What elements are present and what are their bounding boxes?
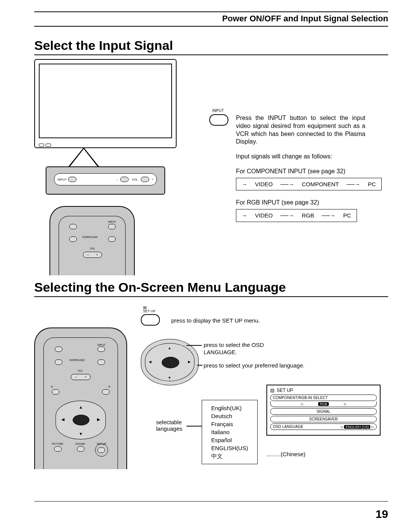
arrow-icon: ──→ [280,212,294,219]
remote-sound-label: SOUND [75,443,85,445]
remote-n-label: N [51,385,53,388]
step2a-text: press to select the OSD [204,341,264,349]
panel-input-label: INPUT [57,178,67,181]
remote-vol-plus: + [81,375,91,379]
remote-sound-button[interactable] [77,446,84,452]
remote-r-button[interactable] [102,389,110,395]
remote-power-button[interactable] [69,224,77,229]
section2-title: Selecting the On-Screen Menu Language [34,280,388,297]
menu-row1-label: COMPONENT/RGB-IN SELECT [273,396,328,400]
remote-n-button[interactable] [52,389,59,395]
remote-power-button[interactable] [55,347,62,352]
remote-control-top: INPUT SURROUND VOL – + [49,206,135,275]
display-control-panel: INPUT – VOL + [46,166,165,195]
remote-mute-button[interactable] [108,236,116,242]
remote-input-button[interactable] [108,224,116,229]
step2b-text: LANGUAGE. [204,348,237,356]
menu-row1-value: RGB [318,402,329,406]
panel-vol-plus: + [151,178,153,181]
lang-chinese: 中文 [211,452,248,460]
remote-mute-button[interactable] [97,359,105,365]
remote-input-label: INPUT [108,220,116,223]
remote-r-label: R [108,385,110,388]
section1-title: Select the Input Signal [34,38,388,55]
step1-text: press to display the SET UP menu. [171,317,260,324]
plasma-display-illustration [34,59,177,148]
right-arrow-icon: ▶ [188,360,191,364]
remote-dpad[interactable]: ▲ ▼ ◀ ▶ [56,401,106,439]
languages-word: languages [156,425,182,432]
menu-row-screensaver[interactable]: SCREENSAVER [270,416,377,422]
menu-title: SET UP [277,388,293,393]
menu-row4-value: ENGLISH (US) [344,425,370,429]
page-number: 19 [376,508,388,521]
arrow-icon: ──→ [280,181,294,188]
remote-aspect-button[interactable] [69,236,77,242]
lang-italiano: Italiano [211,428,248,436]
menu-row-osd-language[interactable]: OSD LANGUAGE ◁ ENGLISH (US) ▷ [270,423,377,430]
component-flow-box: → VIDEO ──→ COMPONENT ──→ PC [236,178,382,191]
setup-button-label: SET UP [143,309,155,313]
menu-row-component-rgb-value[interactable]: ◁ RGB ▷ [270,401,377,407]
remote-dpad-center[interactable] [73,415,89,425]
menu-list-icon: ▤ [270,388,274,393]
remote-picture-label: PICTURE [52,443,64,445]
arrow-icon: ──→ [346,181,360,188]
footer-rule [34,501,388,502]
remote-input-label: INPUT [97,343,105,346]
chevron-left-icon: ◁ [340,425,343,429]
arrow-icon: → [242,212,247,219]
remote-vol-rocker[interactable]: – + [71,374,91,380]
flow1-a: VIDEO [255,181,273,188]
remote-control-full: INPUT SURROUND VOL – + N R ▲ ▼ ◀ ▶ PICTU… [34,328,127,469]
navigation-pad-graphic[interactable]: ▲ ▼ ◀ ▶ [141,339,199,385]
panel-input-button[interactable] [68,177,76,182]
menu-row4-label: OSD LANGUAGE [273,425,303,429]
lang-english-uk: English(UK) [211,404,248,412]
nav-pad-center-button[interactable] [162,357,179,368]
lang-english-us: ENGLISH(US) [211,444,248,452]
flow2-b: RGB [302,212,314,219]
header-title: Power ON/OFF and Input Signal Selection [222,14,388,23]
signals-change-text: Input signals will change as follows: [236,153,365,161]
remote-vol-minus: – [71,375,81,379]
osd-setup-menu: ▤ SET UP COMPONENT/RGB-IN SELECT ◁ RGB ▷… [266,385,381,436]
panel-vol-down-button[interactable] [120,177,129,182]
panel-vol-up-button[interactable] [141,177,149,182]
selectable-languages-label: selectable languages [156,419,182,432]
input-button-label: INPUT [209,109,227,113]
flow2-c: PC [343,212,351,219]
chevron-right-icon: ▷ [371,425,374,429]
remote-aspect-button[interactable] [55,359,62,365]
chevron-right-icon: ▷ [344,402,347,406]
lang-francais: Français [211,420,248,428]
menu-row-component-rgb[interactable]: COMPONENT/RGB-IN SELECT [270,395,377,401]
remote-vol-minus: – [83,253,92,257]
remote-vol-rocker[interactable]: – + [83,252,102,258]
down-arrow-icon: ▼ [168,376,171,380]
component-input-note: For COMPONENT INPUT (see page 32) [236,168,365,176]
arrow-icon: → [242,181,247,188]
lang-espanol: Español [211,436,248,444]
arrow-icon: ──→ [322,212,335,219]
remote-input-button[interactable] [97,347,105,352]
remote-vol-label: VOL [78,369,83,372]
setup-button-graphic[interactable] [141,314,160,326]
rgb-flow-box: → VIDEO ──→ RGB ──→ PC [236,209,357,222]
selectable-word: selectable [156,419,182,425]
remote-vol-plus: + [93,253,102,257]
remote-setup-button[interactable] [97,447,105,453]
remote-picture-button[interactable] [54,446,62,452]
flow2-a: VIDEO [255,212,273,219]
menu-row-signal[interactable]: SIGNAL [270,408,377,415]
chinese-annotation: .........(Chinese) [266,451,306,457]
left-arrow-icon: ◀ [149,360,151,364]
remote-vol-label: VOL [90,247,95,250]
up-arrow-icon: ▲ [168,346,171,350]
panel-vol-label: VOL [132,178,138,181]
remote-surround-label: SURROUND [82,236,97,238]
input-button-graphic[interactable] [209,114,228,126]
page-header: Power ON/OFF and Input Signal Selection [34,11,388,27]
flow1-c: PC [368,181,376,188]
callout-triangle [68,147,99,166]
